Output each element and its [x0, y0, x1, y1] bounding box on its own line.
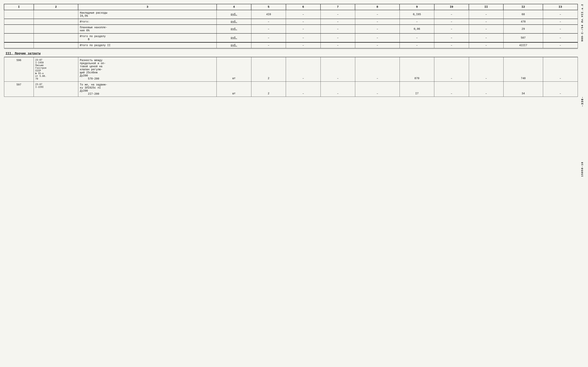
cell-6: –	[286, 42, 321, 49]
section-3-header: III. Прочие затраты	[6, 52, 40, 55]
cell-13: –	[543, 42, 578, 49]
cell-8: –	[355, 10, 400, 19]
col-header-5: 5	[251, 4, 286, 10]
cell-5: –	[251, 25, 286, 33]
cell-2	[34, 33, 78, 42]
cell-2	[34, 10, 78, 19]
cell-9: 0,06	[400, 25, 434, 33]
col-header-6: 6	[286, 4, 321, 10]
cell-6: –	[286, 33, 321, 42]
section-header-row: III. Прочие затраты	[4, 48, 578, 57]
cell-3: Плановые накопле-ния 6%	[78, 25, 217, 33]
cell-10: –	[434, 19, 469, 25]
cell-6: –	[286, 19, 321, 25]
cell-7: –	[321, 10, 355, 19]
cell-4: руб.	[217, 19, 251, 25]
cell-8: –	[355, 42, 400, 49]
table-row: Итого по разделу В руб. – – – – – – – 50…	[4, 33, 578, 42]
cell-row596-10: –	[434, 57, 469, 82]
cell-5: –	[251, 19, 286, 25]
cell-8: –	[355, 25, 400, 33]
cell-row596-3: Разность междупредельной и оп-товой цено…	[78, 57, 217, 82]
col-header-12: I2	[503, 4, 543, 10]
cell-5: 4I0	[251, 10, 286, 19]
table-row: Накладные расходыI6,5% руб. 4I0 – – – 0,…	[4, 10, 578, 19]
cell-7: –	[321, 42, 355, 49]
cell-10: –	[434, 10, 469, 19]
cell-2	[34, 19, 78, 25]
cell-9: –	[400, 19, 434, 25]
cell-row596-11: –	[469, 57, 503, 82]
cell-row597-11: –	[469, 82, 503, 97]
cell-10: –	[434, 33, 469, 42]
cell-5: –	[251, 42, 286, 49]
cell-7: –	[321, 25, 355, 33]
cell-row596-12: 740	[503, 57, 543, 82]
table-row: Итого по разделу II руб. – – – – – – – 4…	[4, 42, 578, 49]
margin-label-top: 909-I-/54 Лл.VII.а.2	[581, 4, 584, 42]
cell-6: –	[286, 10, 321, 19]
col-header-11: II	[469, 4, 503, 10]
cell-10: –	[434, 25, 469, 33]
cell-1	[4, 19, 34, 25]
cell-row597-7: –	[321, 82, 355, 97]
cell-12: 29	[503, 25, 543, 33]
cell-4: руб.	[217, 25, 251, 33]
cell-row597-8: –	[355, 82, 400, 97]
col-header-7: 7	[321, 4, 355, 10]
table-row: 597 23-07 I-229I То же, на задвиж-ку ЗЛI…	[4, 82, 578, 97]
cell-13: –	[543, 10, 578, 19]
cell-row597-6: –	[286, 82, 321, 97]
col-header-10: I0	[434, 4, 469, 10]
cell-row597-12: 34	[503, 82, 543, 97]
col-header-2: 2	[34, 4, 78, 10]
margin-label-bottom: 15858-18	[581, 162, 584, 177]
cell-11: –	[469, 33, 503, 42]
cell-7: –	[321, 33, 355, 42]
cell-row596-1: 596	[4, 57, 34, 82]
cell-row597-3: То же, на задвиж-ку ЗЛI025с пIДу200 2I7-…	[78, 82, 217, 97]
cell-12: 68	[503, 10, 543, 19]
table-header: I 2 3 4 5 6 7 8 9 I0 II I2 I3	[4, 4, 578, 10]
cell-row596-4: шт	[217, 57, 251, 82]
cell-10: –	[434, 42, 469, 49]
table-row: Плановые накопле-ния 6% руб. – – – – 0,0…	[4, 25, 578, 33]
cell-12: 422I7	[503, 42, 543, 49]
cell-11: –	[469, 19, 503, 25]
cell-row596-5: 2	[251, 57, 286, 82]
cell-row596-8: –	[355, 57, 400, 82]
cell-5: –	[251, 33, 286, 42]
cell-13: –	[543, 33, 578, 42]
cell-1	[4, 33, 34, 42]
margin-label-middle: -338-	[581, 96, 584, 107]
col-header-8: 8	[355, 4, 400, 10]
cell-row597-1: 597	[4, 82, 34, 97]
cell-13: –	[543, 25, 578, 33]
cell-4: руб.	[217, 10, 251, 19]
cell-1	[4, 42, 34, 49]
cell-11: –	[469, 25, 503, 33]
cell-3: Итого по разделу В	[78, 33, 217, 42]
cell-3: Итого по разделу II	[78, 42, 217, 49]
cell-row596-7: –	[321, 57, 355, 82]
table-row: Итого: руб. – – – – – – – 478 –	[4, 19, 578, 25]
cell-9: 0,I65	[400, 10, 434, 19]
cell-row596-2: 23-07 I-I459 Письмо Госстроя СССР № 55-н…	[34, 57, 78, 82]
cell-11: –	[469, 10, 503, 19]
cell-4: руб.	[217, 33, 251, 42]
cell-8: –	[355, 19, 400, 25]
cell-3: Накладные расходыI6,5%	[78, 10, 217, 19]
cell-6: –	[286, 25, 321, 33]
cell-12: 478	[503, 19, 543, 25]
cell-9: –	[400, 33, 434, 42]
cell-1	[4, 10, 34, 19]
col-header-13: I3	[543, 4, 578, 10]
cell-13: –	[543, 19, 578, 25]
col-header-3: 3	[78, 4, 217, 10]
col-header-4: 4	[217, 4, 251, 10]
cell-2	[34, 25, 78, 33]
cell-3: Итого:	[78, 19, 217, 25]
cell-row597-4: шт	[217, 82, 251, 97]
col-header-9: 9	[400, 4, 434, 10]
cell-row597-9: I7	[400, 82, 434, 97]
